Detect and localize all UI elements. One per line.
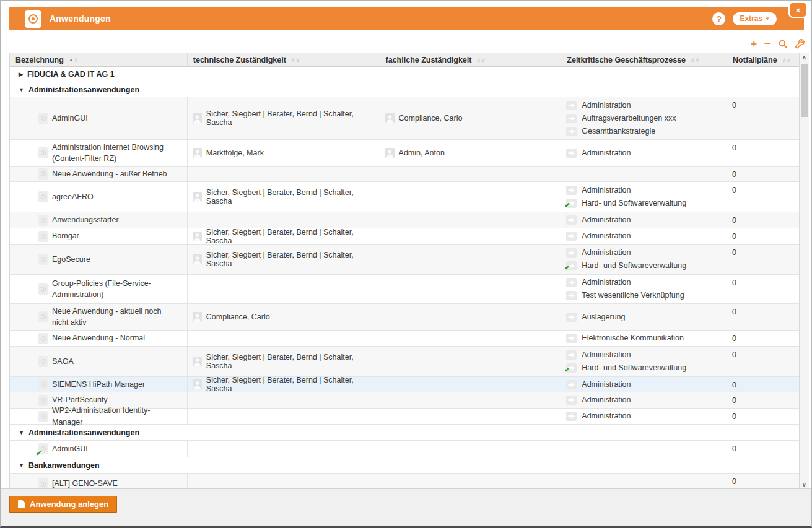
chevron-down-icon: ▼ <box>765 16 770 22</box>
business-process-item[interactable]: Administration <box>566 214 631 227</box>
help-button[interactable]: ? <box>712 12 725 25</box>
group-row[interactable]: ▶FIDUCIA & GAD IT AG 1 <box>10 67 799 82</box>
scrollbar-thumb[interactable] <box>801 64 808 117</box>
scroll-up-icon[interactable]: ∧ <box>802 53 806 63</box>
business-processes-cell: Administration <box>561 377 727 392</box>
application-name-cell[interactable]: ✔AdminGUI <box>10 441 188 457</box>
extras-button[interactable]: Extras ▼ <box>733 12 777 25</box>
table-row[interactable]: Neue Anwendung - aktuell noch nicht akti… <box>10 304 799 331</box>
business-process-item[interactable]: Elektronische Kommunikation <box>566 332 684 345</box>
business-process-item[interactable]: Gesamtbankstrategie <box>566 125 655 138</box>
application-name-cell[interactable]: AdminGUI <box>10 97 188 139</box>
table-row[interactable]: Group-Policies (File-Service-Administrat… <box>10 275 799 304</box>
table-row[interactable]: SIEMENS HiPath ManagerSicher, Siegbert |… <box>10 377 799 392</box>
business-process-item[interactable]: ✔Hard- und Softwareverwaltung <box>566 361 686 374</box>
emergency-plans-count: 0 <box>732 279 736 287</box>
functional-responsibility-cell <box>380 275 562 303</box>
business-process-item[interactable]: Administration <box>566 394 631 407</box>
table-header-row: Bezeichnung▲∨technische Zuständigkeit∧∨f… <box>10 53 799 67</box>
create-application-button[interactable]: Anwendung anlegen <box>9 496 117 513</box>
technical-responsibility-cell: Marktfolge, Mark <box>188 140 380 166</box>
column-header-1[interactable]: technische Zuständigkeit∧∨ <box>188 53 380 66</box>
business-processes-cell: Administration <box>561 212 727 228</box>
group-label: ▼Administrationsanwendungen <box>10 85 139 94</box>
table-row[interactable]: AdminGUISicher, Siegbert | Berater, Bern… <box>10 97 799 140</box>
business-process-item[interactable]: Auslagerung <box>566 311 625 324</box>
add-icon[interactable]: + <box>751 39 757 49</box>
business-process-item[interactable]: Administration <box>566 410 631 423</box>
business-process-item[interactable]: Administration <box>566 147 631 160</box>
sort-icons[interactable]: ∧∨ <box>291 57 300 63</box>
application-name-cell[interactable]: SAGA <box>10 347 188 376</box>
application-name-cell[interactable]: [ALT] GENO-SAVE <box>10 474 188 489</box>
person-icon <box>193 148 202 158</box>
business-process-item[interactable]: Auftragsverarbeitungen xxx <box>566 112 676 125</box>
business-process-label: Administration <box>582 147 631 160</box>
business-process-label: Elektronische Kommunikation <box>582 332 684 345</box>
group-row[interactable]: ▼Administrationsanwendungen <box>10 82 799 97</box>
application-name-cell[interactable]: Neue Anwendung - Normal <box>10 331 188 346</box>
document-icon <box>18 500 25 508</box>
business-process-item[interactable]: Administration <box>566 246 631 259</box>
wrench-icon[interactable] <box>795 39 805 49</box>
table-row[interactable]: ✔AdminGUI0 <box>10 441 799 457</box>
application-name-cell[interactable]: Group-Policies (File-Service-Administrat… <box>10 275 188 303</box>
application-name-cell[interactable]: SIEMENS HiPath Manager <box>10 377 188 392</box>
table-row[interactable]: Neue Anwendung - NormalElektronische Kom… <box>10 331 799 347</box>
table-row[interactable]: BomgarSicher, Siegbert | Berater, Bernd … <box>10 228 799 245</box>
business-process-item[interactable]: ✔Hard- und Softwareverwaltung <box>566 259 686 272</box>
sort-icons[interactable]: ∧∨ <box>782 57 791 63</box>
application-name-cell[interactable]: Neue Anwendung - aktuell noch nicht akti… <box>10 304 188 330</box>
business-process-item[interactable]: Test wesentliche Verknüpfung <box>566 289 684 302</box>
emergency-plans-cell: 0 <box>727 182 799 212</box>
business-process-item[interactable]: Administration <box>566 378 631 391</box>
sort-icons[interactable]: ▲∨ <box>69 57 79 63</box>
business-process-item[interactable]: Administration <box>566 184 631 197</box>
table-row[interactable]: AnwendungsstarterAdministration0 <box>10 212 799 228</box>
table-row[interactable]: SAGASicher, Siegbert | Berater, Bernd | … <box>10 347 799 377</box>
column-header-3[interactable]: Zeitkritische Geschäftsprozesse∧∨ <box>561 53 727 66</box>
business-process-label: Administration <box>582 276 631 289</box>
application-icon <box>38 379 48 390</box>
application-name-cell[interactable]: EgoSecure <box>10 245 188 274</box>
table-row[interactable]: agreeAFROSicher, Siegbert | Berater, Ber… <box>10 182 799 212</box>
collapse-icon[interactable]: ▼ <box>19 87 24 93</box>
application-name-cell[interactable]: Neue Anwendung - außer Betrieb <box>10 167 188 181</box>
application-name-cell[interactable]: agreeAFRO <box>10 182 188 212</box>
business-process-item[interactable]: Administration <box>566 348 631 361</box>
close-button[interactable]: × <box>788 2 808 18</box>
expand-icon[interactable]: ▶ <box>19 71 23 77</box>
column-header-4[interactable]: Notfallpläne∧∨ <box>727 53 799 66</box>
emergency-plans-count: 0 <box>732 308 736 316</box>
business-process-item[interactable]: Administration <box>566 230 631 243</box>
business-process-item[interactable]: ✔Hard- und Softwareverwaltung <box>566 197 686 210</box>
search-icon[interactable] <box>778 39 788 49</box>
table-row[interactable]: WP2-Administration Identity-ManagerAdmin… <box>10 409 799 425</box>
application-name-cell[interactable]: WP2-Administration Identity-Manager <box>10 409 188 424</box>
column-header-0[interactable]: Bezeichnung▲∨ <box>10 53 188 66</box>
sort-icons[interactable]: ∧∨ <box>476 57 485 63</box>
sort-icons[interactable]: ∧∨ <box>691 57 699 63</box>
business-process-item[interactable]: Administration <box>566 99 631 112</box>
application-name-cell[interactable]: Anwendungsstarter <box>10 212 188 228</box>
table-row[interactable]: Neue Anwendung - außer Betrieb0 <box>10 167 799 182</box>
process-arrow-icon <box>566 350 577 360</box>
emergency-plans-cell: 0 <box>727 304 799 330</box>
table-row[interactable]: EgoSecureSicher, Siegbert | Berater, Ber… <box>10 245 799 275</box>
collapse-icon[interactable]: ▼ <box>19 462 24 469</box>
application-name-cell[interactable]: Bomgar <box>10 228 188 244</box>
group-row[interactable]: ▼Bankanwendungen <box>10 457 799 474</box>
check-icon: ✔ <box>36 449 41 457</box>
collapse-icon[interactable]: ▼ <box>19 430 24 436</box>
technical-responsibility-cell: Sicher, Siegbert | Berater, Bernd | Scha… <box>188 97 380 139</box>
table-row[interactable]: Administration Internet Browsing (Conten… <box>10 140 799 167</box>
person-icon <box>193 379 202 389</box>
person-icon <box>385 148 395 158</box>
vertical-scrollbar[interactable]: ∧ ∨ <box>800 53 809 490</box>
close-icon: × <box>796 6 801 15</box>
table-row[interactable]: [ALT] GENO-SAVE0 <box>10 474 799 489</box>
application-name-cell[interactable]: Administration Internet Browsing (Conten… <box>10 140 188 166</box>
column-header-2[interactable]: fachliche Zuständigkeit∧∨ <box>380 53 562 66</box>
business-process-item[interactable]: Administration <box>566 276 631 289</box>
remove-icon[interactable]: − <box>764 39 771 49</box>
